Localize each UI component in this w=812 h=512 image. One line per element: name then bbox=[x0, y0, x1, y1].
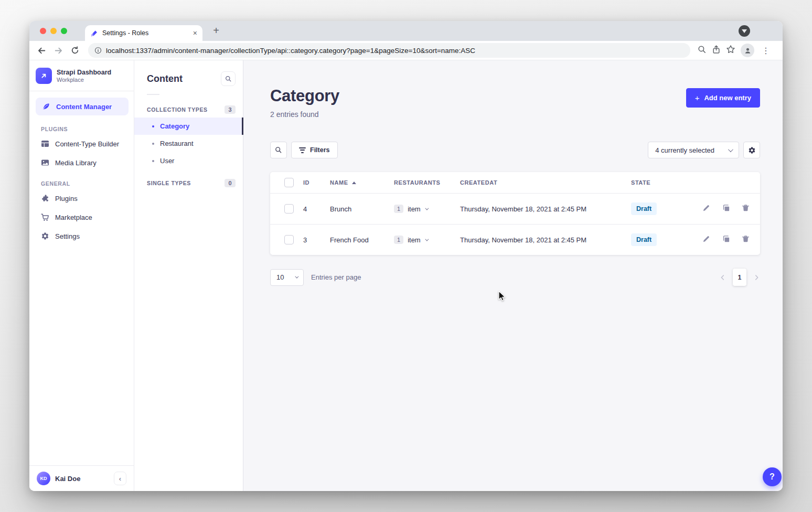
toolbar-right-icons: ⋮ bbox=[698, 44, 772, 57]
strapi-app: Strapi Dashboard Workplace Content Manag… bbox=[29, 60, 783, 491]
row-checkbox[interactable] bbox=[284, 204, 294, 214]
cell-id: 4 bbox=[303, 205, 330, 213]
table-row[interactable]: 4 Brunch 1 item Thursday, November 18, 2… bbox=[270, 193, 760, 224]
browser-profile-avatar[interactable] bbox=[741, 44, 754, 57]
window-controls bbox=[40, 28, 67, 34]
state-badge: Draft bbox=[631, 202, 657, 215]
record-indicator-icon[interactable] bbox=[739, 25, 750, 37]
browser-tabstrip: Settings - Roles × + bbox=[29, 21, 783, 41]
user-name: Kai Doe bbox=[55, 475, 109, 483]
zoom-search-icon[interactable] bbox=[698, 45, 707, 56]
user-avatar[interactable]: KD bbox=[37, 472, 50, 485]
sidebar-collapse-button[interactable]: ‹ bbox=[114, 472, 126, 485]
delete-icon[interactable] bbox=[742, 204, 750, 214]
column-header-createdat[interactable]: CREATEDAT bbox=[460, 179, 631, 186]
sidebar-item-content-manager[interactable]: Content Manager bbox=[36, 98, 129, 115]
column-header-restaurants[interactable]: RESTAURANTS bbox=[394, 179, 460, 186]
sort-ascending-icon bbox=[352, 182, 356, 184]
delete-icon[interactable] bbox=[742, 235, 750, 245]
minimize-window-button[interactable] bbox=[50, 28, 57, 34]
cell-restaurants[interactable]: 1 item bbox=[394, 236, 460, 244]
previous-page-icon[interactable] bbox=[719, 274, 726, 281]
row-checkbox[interactable] bbox=[284, 235, 294, 244]
entries-count: 2 entries found bbox=[270, 110, 339, 119]
subnav-item-label: Category bbox=[160, 122, 189, 130]
sidebar-item-label: Media Library bbox=[55, 159, 97, 167]
url-text: localhost:1337/admin/content-manager/col… bbox=[106, 47, 475, 55]
table-row[interactable]: 3 French Food 1 item Thursday, November … bbox=[270, 224, 760, 255]
sidebar-item-label: Content-Type Builder bbox=[55, 140, 119, 148]
cell-id: 3 bbox=[303, 236, 330, 244]
site-info-icon[interactable] bbox=[94, 47, 102, 54]
filters-button[interactable]: Filters bbox=[291, 142, 338, 158]
feather-icon bbox=[42, 102, 50, 111]
duplicate-icon[interactable] bbox=[722, 235, 730, 245]
browser-menu-icon[interactable]: ⋮ bbox=[760, 46, 772, 56]
entries-per-page-label: Entries per page bbox=[311, 273, 361, 281]
zoom-window-button[interactable] bbox=[61, 28, 67, 34]
column-header-state[interactable]: STATE bbox=[631, 179, 702, 186]
sidebar-item-settings[interactable]: Settings bbox=[29, 227, 134, 246]
column-header-name[interactable]: NAME bbox=[330, 179, 394, 186]
workspace-brand[interactable]: Strapi Dashboard Workplace bbox=[29, 60, 134, 91]
sidebar-user-footer: KD Kai Doe ‹ bbox=[29, 465, 134, 491]
chevron-down-icon bbox=[728, 147, 733, 152]
next-page-icon[interactable] bbox=[753, 274, 760, 281]
share-icon[interactable] bbox=[712, 45, 721, 56]
filter-icon bbox=[299, 147, 306, 153]
page-number-button[interactable]: 1 bbox=[733, 269, 746, 286]
address-bar[interactable]: localhost:1337/admin/content-manager/col… bbox=[88, 43, 690, 58]
sidebar-item-content-type-builder[interactable]: Content-Type Builder bbox=[29, 134, 134, 153]
sidebar-item-media-library[interactable]: Media Library bbox=[29, 153, 134, 172]
subnav-item-restaurant[interactable]: Restaurant bbox=[134, 135, 243, 152]
subnav-item-category[interactable]: Category bbox=[134, 118, 243, 135]
select-all-checkbox[interactable] bbox=[284, 178, 294, 187]
browser-tab[interactable]: Settings - Roles × bbox=[85, 25, 202, 41]
gear-icon bbox=[748, 146, 756, 154]
fields-selected-dropdown[interactable]: 4 currently selected bbox=[648, 142, 739, 158]
duplicate-icon[interactable] bbox=[722, 204, 730, 214]
relation-count-badge: 1 bbox=[394, 205, 403, 213]
subnav-item-user[interactable]: User bbox=[134, 152, 243, 169]
brand-title: Strapi Dashboard bbox=[57, 69, 111, 77]
main-content: Category 2 entries found + Add new entry… bbox=[243, 60, 783, 491]
cell-name: French Food bbox=[330, 236, 394, 244]
table-search-button[interactable] bbox=[270, 142, 287, 158]
relation-count-badge: 1 bbox=[394, 236, 403, 244]
pagination-bar: 10 Entries per page 1 bbox=[270, 269, 760, 286]
column-header-id[interactable]: ID bbox=[303, 179, 330, 186]
subnav-title: Content bbox=[147, 73, 183, 84]
subnav-search-button[interactable] bbox=[221, 71, 236, 86]
subnav-item-label: Restaurant bbox=[160, 140, 194, 147]
divider bbox=[147, 94, 159, 95]
page-size-dropdown[interactable]: 10 bbox=[270, 269, 304, 286]
cell-restaurants[interactable]: 1 item bbox=[394, 205, 460, 213]
bookmark-star-icon[interactable] bbox=[726, 45, 735, 56]
edit-icon[interactable] bbox=[702, 235, 710, 245]
collection-types-label: COLLECTION TYPES bbox=[147, 106, 208, 113]
help-button[interactable]: ? bbox=[763, 467, 782, 486]
sidebar-item-marketplace[interactable]: Marketplace bbox=[29, 208, 134, 227]
gear-icon bbox=[41, 232, 49, 240]
cell-createdat: Thursday, November 18, 2021 at 2:45 PM bbox=[460, 236, 631, 244]
layout-icon bbox=[41, 140, 49, 148]
single-types-count: 0 bbox=[225, 179, 236, 187]
cell-name: Brunch bbox=[330, 205, 394, 213]
tab-close-icon[interactable]: × bbox=[193, 29, 197, 37]
sidebar-item-plugins[interactable]: Plugins bbox=[29, 189, 134, 208]
bullet-icon bbox=[152, 125, 154, 127]
close-window-button[interactable] bbox=[40, 28, 46, 34]
content-subnav: Content COLLECTION TYPES 3 Category Rest… bbox=[134, 60, 243, 491]
reload-icon[interactable] bbox=[68, 44, 82, 57]
forward-icon[interactable] bbox=[51, 44, 65, 57]
new-tab-button[interactable]: + bbox=[210, 25, 222, 37]
image-icon bbox=[41, 158, 49, 167]
view-settings-button[interactable] bbox=[743, 142, 760, 158]
edit-icon[interactable] bbox=[702, 204, 710, 214]
add-new-entry-button[interactable]: + Add new entry bbox=[686, 88, 760, 108]
chevron-down-icon bbox=[425, 206, 429, 210]
mouse-cursor bbox=[497, 290, 508, 303]
bullet-icon bbox=[152, 143, 154, 145]
bullet-icon bbox=[152, 160, 154, 162]
back-icon[interactable] bbox=[35, 44, 48, 57]
